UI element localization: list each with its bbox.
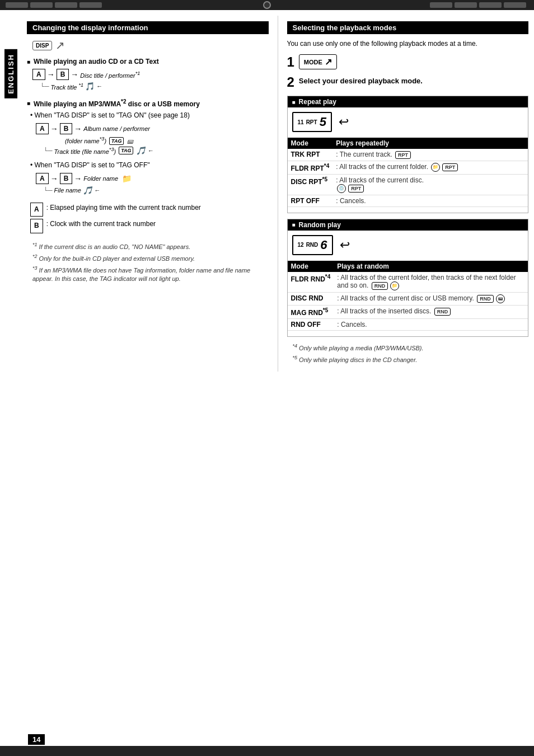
tag-icon: TAG bbox=[109, 137, 124, 145]
repeat-row-fldr: FLDR RPT*4 : All tracks of the current f… bbox=[288, 161, 528, 174]
repeat-desc-disc: : All tracks of the current disc.💿RPT bbox=[332, 174, 528, 195]
tag-on-arrow2: → bbox=[74, 124, 82, 133]
step-1-row: 1 MODE ↗ bbox=[287, 54, 529, 70]
cd-arrow2: → bbox=[71, 70, 78, 79]
tag-on-album: Album name / performer bbox=[83, 125, 150, 132]
file-music-icon: 🎵 bbox=[83, 186, 92, 195]
random-desc-mag: : All tracks of the inserted discs. RND bbox=[334, 305, 528, 318]
subsection-mp3-title: While playing an MP3/WMA*2 disc or a USB… bbox=[27, 98, 269, 108]
top-bar-segment bbox=[79, 2, 102, 8]
b-description-text: : Clock with the current track number bbox=[46, 219, 156, 229]
right-footnotes: *4 Only while playing a media (MP3/WMA/U… bbox=[287, 342, 529, 364]
tag-off-box-b: B bbox=[60, 173, 73, 184]
repeat-desc-off: : Cancels. bbox=[332, 195, 528, 206]
repeat-display-row: 11 RPT 5 ↩ bbox=[288, 110, 528, 134]
tag-off-arrow2: → bbox=[74, 174, 82, 183]
tag-on-diagram: A → B → Album name / performer (folder n… bbox=[36, 123, 269, 156]
disc-badge: 💿 bbox=[337, 184, 346, 193]
top-bar-center bbox=[104, 1, 430, 9]
repeat-row-off: RPT OFF : Cancels. bbox=[288, 195, 528, 206]
random-table-header: Mode Plays at random bbox=[288, 261, 528, 272]
repeat-track-num: 11 bbox=[298, 119, 304, 125]
repeat-play-body: 11 RPT 5 ↩ Mode Plays repeatedly bbox=[288, 107, 528, 213]
repeat-play-title: Repeat play bbox=[299, 98, 336, 106]
repeat-spinning-arrow: ↩ bbox=[339, 115, 349, 129]
step-1-number: 1 bbox=[287, 54, 294, 70]
top-bar-segment bbox=[479, 2, 502, 8]
random-table: Mode Plays at random FLDR RND*4 : All tr… bbox=[288, 261, 528, 331]
random-row-mag: MAG RND*5 : All tracks of the inserted d… bbox=[288, 305, 528, 318]
subsection-cd-title: While playing an audio CD or a CD Text bbox=[27, 58, 269, 65]
tag-on-track-text: Track title (file name*3) bbox=[54, 147, 116, 155]
cd-track-arrow: ← bbox=[96, 83, 102, 90]
repeat-row-disc: DISC RPT*5 : All tracks of the current d… bbox=[288, 174, 528, 195]
right-footnote-5: *5 Only while playing discs in the CD ch… bbox=[293, 354, 529, 364]
tag-on-folder-row: (folder name*3) TAG 🖴 bbox=[36, 136, 269, 145]
step-2-row: 2 Select your desired playback mode. bbox=[287, 74, 529, 90]
disp-button-icon: DISP bbox=[32, 41, 52, 50]
repeat-mode-code: RPT bbox=[306, 119, 317, 125]
top-bar-segment bbox=[6, 2, 28, 8]
right-column: Selecting the playback modes You can use… bbox=[278, 16, 535, 372]
step-2-label: Select your desired playback mode. bbox=[299, 77, 423, 85]
footnote-2: *2 Only for the built-in CD player and e… bbox=[32, 253, 269, 263]
top-decorative-bar bbox=[0, 0, 534, 10]
top-bar-segment bbox=[430, 2, 452, 8]
repeat-lcd-display: 11 RPT 5 bbox=[292, 112, 332, 132]
cd-track-row: └─ Track title *1 🎵 ← bbox=[40, 82, 269, 91]
random-play-body: 12 RND 6 ↩ Mode Plays at random F bbox=[288, 231, 528, 336]
random-track-num: 12 bbox=[298, 242, 304, 248]
cd-box-a: A bbox=[32, 69, 45, 80]
random-lcd-display: 12 RND 6 bbox=[292, 235, 333, 255]
rpt-badge-fldr: RPT bbox=[442, 163, 458, 171]
repeat-big-digit: 5 bbox=[320, 115, 326, 129]
random-mode-off: RND OFF bbox=[288, 318, 334, 330]
repeat-row-trk: TRK RPT : The current track. RPT bbox=[288, 149, 528, 161]
top-bar-segment bbox=[455, 2, 477, 8]
step-2-number: 2 bbox=[287, 74, 294, 90]
random-mode-fldr: FLDR RND*4 bbox=[288, 272, 334, 293]
random-row-disc: DISC RND : All tracks of the current dis… bbox=[288, 292, 528, 305]
cd-music-icon: 🎵 bbox=[85, 82, 95, 91]
tag-off-diagram: A → B → Folder name 📁 └─ File name 🎵 ← bbox=[36, 173, 269, 195]
random-desc-off: : Cancels. bbox=[334, 318, 528, 330]
tag-on-row1: A → B → Album name / performer bbox=[36, 123, 269, 134]
top-bar-segment bbox=[30, 2, 53, 8]
usb-badge: 🖴 bbox=[496, 294, 505, 303]
tag-file-icon: TAG bbox=[119, 147, 133, 154]
cd-disc-title: Disc title / performer*1 bbox=[80, 71, 140, 79]
subsection-mp3-text: While playing an MP3/WMA*2 disc or a USB… bbox=[34, 98, 200, 108]
random-col-mode: Mode bbox=[288, 261, 334, 272]
random-play-title: Random play bbox=[299, 221, 341, 229]
tag-off-file-text: File name bbox=[54, 187, 81, 194]
repeat-desc-trk: : The current track. RPT bbox=[332, 149, 528, 161]
random-mode-code: RND bbox=[306, 242, 318, 248]
mode-button-label: MODE bbox=[304, 59, 322, 65]
a-label: A bbox=[30, 203, 43, 217]
random-play-section: Random play 12 RND 6 ↩ bbox=[287, 219, 529, 337]
language-label: ENGLISH bbox=[4, 49, 17, 98]
random-mode-mag: MAG RND*5 bbox=[288, 305, 334, 318]
cd-arrow1: → bbox=[47, 70, 55, 79]
folder-icon: 📁 bbox=[122, 174, 132, 183]
repeat-col-mode: Mode bbox=[288, 138, 333, 149]
step-1-content: MODE ↗ bbox=[299, 54, 337, 69]
rpt-badge-trk: RPT bbox=[395, 151, 411, 159]
tag-off-file-row: └─ File name 🎵 ← bbox=[44, 186, 269, 195]
repeat-table-header: Mode Plays repeatedly bbox=[288, 138, 528, 149]
random-desc-fldr: : All tracks of the current folder, then… bbox=[334, 272, 528, 293]
right-footnote-4: *4 Only while playing a media (MP3/WMA/U… bbox=[293, 342, 529, 353]
tag-off-row1: A → B → Folder name 📁 bbox=[36, 173, 269, 184]
random-row-off: RND OFF : Cancels. bbox=[288, 318, 528, 330]
ab-descriptions: A : Elapsed playing time with the curren… bbox=[30, 203, 269, 233]
cd-track-title: Track title *1 bbox=[51, 82, 84, 91]
footnote-1: *1 If the current disc is an audio CD, "… bbox=[32, 241, 269, 251]
main-columns: Changing the display information DISP ↗ … bbox=[21, 16, 534, 372]
tag-off-arrow: → bbox=[50, 174, 58, 183]
tag-off-bullet: When "TAG DISP" is set to "TAG OFF" bbox=[30, 161, 269, 170]
random-big-digit: 6 bbox=[320, 238, 327, 252]
tag-on-box-a: A bbox=[36, 123, 49, 134]
footnote-3: *3 If an MP3/WMA file does not have Tag … bbox=[32, 265, 269, 283]
random-desc-disc: : All tracks of the current disc or USB … bbox=[334, 292, 528, 305]
a-description-text: : Elapsed playing time with the current … bbox=[46, 203, 201, 213]
